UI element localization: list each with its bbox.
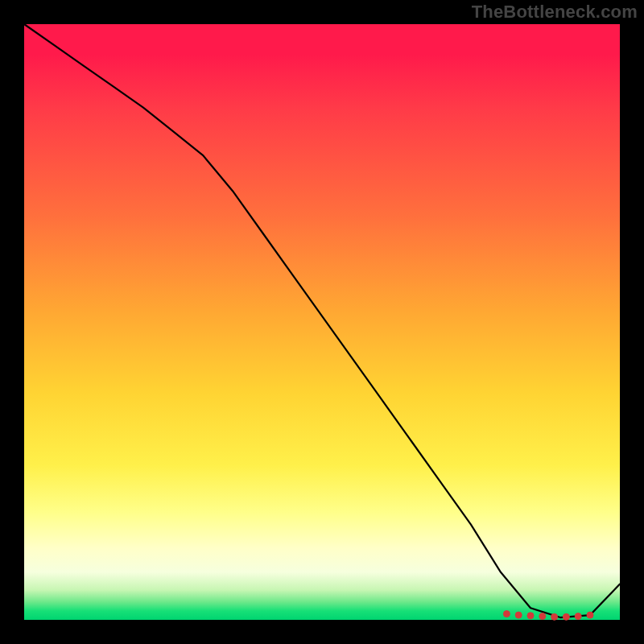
series-marker [563,613,569,620]
series-marker [575,613,581,620]
series-marker [515,612,522,618]
series-marker [527,613,534,619]
series-marker [503,611,510,617]
series-marker [539,613,546,620]
line-series [24,24,620,617]
watermark-text: TheBottleneck.com [472,2,638,23]
series-marker [551,613,558,620]
chart-frame: TheBottleneck.com [0,0,644,644]
chart-overlay-svg [24,24,620,620]
marker-group [503,611,593,621]
series-marker [587,612,593,618]
